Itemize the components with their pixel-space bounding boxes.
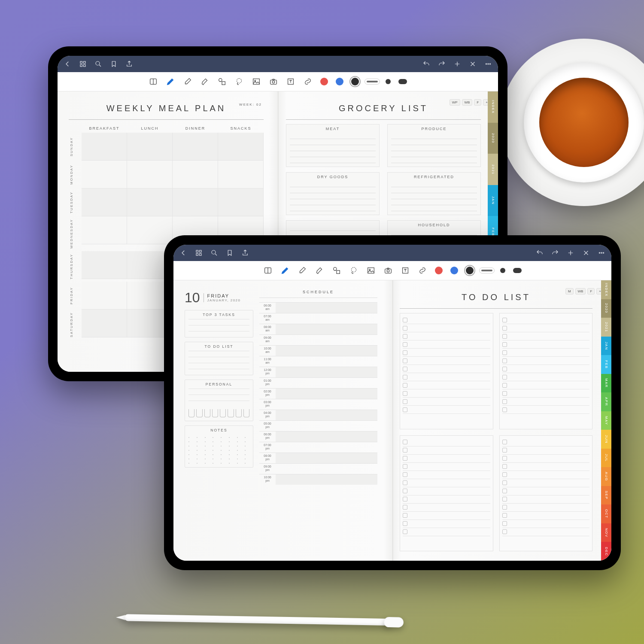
grocery-box[interactable]: MEAT xyxy=(286,124,380,167)
highlighter-icon[interactable] xyxy=(315,266,324,275)
schedule-row[interactable]: 10:00am xyxy=(259,345,377,356)
redo-icon[interactable] xyxy=(551,249,559,257)
todo-line[interactable] xyxy=(502,332,590,340)
todo-line[interactable] xyxy=(403,332,490,340)
todo-line[interactable] xyxy=(403,357,490,365)
todo-line[interactable] xyxy=(403,447,490,455)
todo-quadrant[interactable] xyxy=(499,435,593,552)
todo-line[interactable] xyxy=(403,487,490,495)
meal-cell[interactable] xyxy=(82,251,127,279)
todo-line[interactable] xyxy=(502,455,590,463)
side-tab[interactable]: 2021 xyxy=(601,318,611,337)
todo-line[interactable] xyxy=(403,495,490,504)
side-tab[interactable]: APR xyxy=(601,392,611,411)
stroke-thin[interactable] xyxy=(367,81,378,82)
color-red[interactable] xyxy=(435,267,443,274)
water-cups[interactable] xyxy=(185,407,253,421)
todo-line[interactable] xyxy=(502,487,590,495)
side-tab[interactable]: 2021 xyxy=(488,154,498,185)
search-icon[interactable] xyxy=(94,60,102,68)
meal-cell[interactable] xyxy=(82,216,127,244)
mini-tab[interactable]: M xyxy=(565,288,574,295)
stroke-med[interactable] xyxy=(500,268,505,273)
shapes-icon[interactable] xyxy=(332,266,341,275)
share-icon[interactable] xyxy=(241,249,249,257)
side-tab[interactable]: OCT xyxy=(601,504,611,523)
side-tab[interactable]: DEC xyxy=(601,542,611,561)
schedule-row[interactable]: 03:00pm xyxy=(259,399,377,410)
undo-icon[interactable] xyxy=(422,60,430,68)
close-icon[interactable] xyxy=(469,60,477,68)
bookmark-icon[interactable] xyxy=(226,249,234,257)
side-tab[interactable]: JAN xyxy=(601,337,611,355)
read-icon[interactable] xyxy=(263,266,273,275)
todo-quadrant[interactable] xyxy=(499,313,593,429)
todo-line[interactable] xyxy=(502,398,590,406)
side-tab[interactable]: NOV xyxy=(601,523,611,542)
meal-cell[interactable] xyxy=(218,188,264,216)
todo-line[interactable] xyxy=(403,373,490,381)
text-icon[interactable] xyxy=(286,77,295,86)
lasso-icon[interactable] xyxy=(234,77,244,86)
todo-line[interactable] xyxy=(403,324,490,332)
camera-icon[interactable] xyxy=(383,266,393,275)
stroke-thick[interactable] xyxy=(513,268,522,273)
lasso-icon[interactable] xyxy=(349,266,358,275)
meal-cell[interactable] xyxy=(82,282,127,310)
schedule-row[interactable]: 08:00am xyxy=(259,324,377,334)
meal-cell[interactable] xyxy=(82,133,127,161)
grid-icon[interactable] xyxy=(79,60,87,68)
todo-line[interactable] xyxy=(403,479,490,487)
todo-quadrant[interactable] xyxy=(400,313,493,429)
side-tab[interactable]: SEP xyxy=(601,486,611,505)
mini-tab[interactable]: WB xyxy=(575,288,586,295)
meal-cell[interactable] xyxy=(173,188,218,216)
undo-icon[interactable] xyxy=(536,249,544,257)
schedule-row[interactable]: 10:00pm xyxy=(259,474,377,485)
side-tab[interactable]: INDEX xyxy=(488,91,498,123)
schedule-row[interactable]: 07:00pm xyxy=(259,442,377,453)
highlighter-icon[interactable] xyxy=(200,77,210,86)
todo-line[interactable] xyxy=(502,349,590,357)
todo-line[interactable] xyxy=(403,381,490,389)
todo-line[interactable] xyxy=(502,316,590,324)
schedule-row[interactable]: 02:00pm xyxy=(259,388,377,399)
todo-line[interactable] xyxy=(403,438,490,447)
shapes-icon[interactable] xyxy=(217,77,227,86)
meal-cell[interactable] xyxy=(173,133,218,161)
link-icon[interactable] xyxy=(418,266,427,275)
meal-cell[interactable] xyxy=(173,161,218,188)
side-tab[interactable]: AUG xyxy=(601,467,611,486)
bookmark-icon[interactable] xyxy=(110,60,118,68)
eraser-icon[interactable] xyxy=(183,77,192,86)
image-icon[interactable] xyxy=(366,266,376,275)
side-tab[interactable]: MAY xyxy=(601,411,611,430)
side-tab[interactable]: 2020 xyxy=(601,299,611,318)
camera-icon[interactable] xyxy=(269,77,278,86)
read-icon[interactable] xyxy=(149,77,158,86)
grocery-box[interactable]: REFRIGERATED xyxy=(387,172,481,215)
todo-quadrant[interactable] xyxy=(400,435,493,552)
stroke-med[interactable] xyxy=(386,79,391,84)
back-icon[interactable] xyxy=(179,249,187,257)
color-blue[interactable] xyxy=(450,267,458,274)
grid-icon[interactable] xyxy=(195,249,203,257)
mini-tab[interactable]: WB xyxy=(462,99,473,106)
side-tab[interactable]: INDEX xyxy=(601,280,611,299)
todo-line[interactable] xyxy=(502,447,590,455)
mini-tab[interactable]: WP xyxy=(450,99,460,106)
meal-cell[interactable] xyxy=(218,133,264,161)
todo-line[interactable] xyxy=(502,324,590,332)
mini-tabs[interactable]: MWBF+ xyxy=(565,288,604,295)
meal-cell[interactable] xyxy=(82,310,127,337)
meal-cell[interactable] xyxy=(127,188,173,216)
more-icon[interactable] xyxy=(598,249,605,257)
todo-line[interactable] xyxy=(502,381,590,389)
redo-icon[interactable] xyxy=(438,60,446,68)
todo-line[interactable] xyxy=(502,495,590,504)
meal-cell[interactable] xyxy=(82,188,127,216)
side-tab[interactable]: JUN xyxy=(601,430,611,449)
todo-line[interactable] xyxy=(403,520,490,528)
text-icon[interactable] xyxy=(401,266,410,275)
schedule-row[interactable]: 05:00pm xyxy=(259,420,377,431)
